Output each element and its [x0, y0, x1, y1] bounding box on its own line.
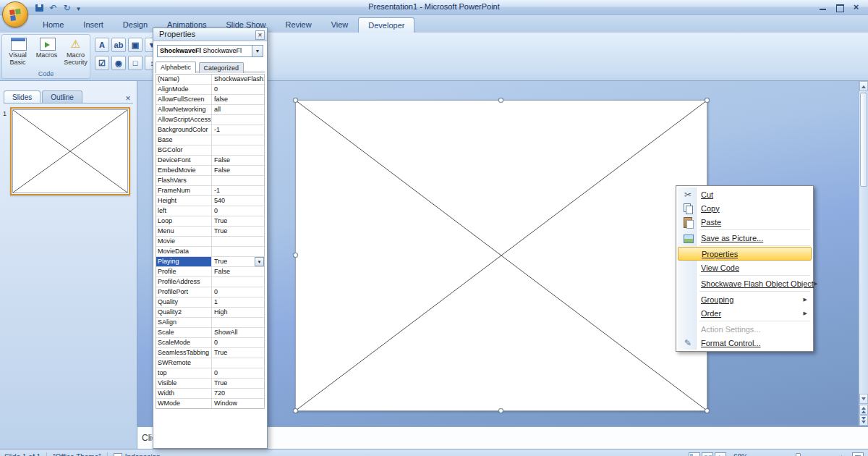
property-row[interactable]: LoopTrue [156, 216, 264, 227]
slide-show-button[interactable] [715, 452, 726, 456]
context-menu-item-grouping[interactable]: Grouping▶ [678, 292, 812, 306]
property-row[interactable]: MovieData [156, 247, 264, 257]
macros-button[interactable]: Macros [33, 37, 61, 70]
property-row[interactable]: Quality2High [156, 308, 264, 318]
scroll-down-button[interactable] [859, 394, 868, 404]
property-row[interactable]: BGColor [156, 145, 264, 156]
ribbon-tab-developer[interactable]: Developer [358, 17, 414, 33]
vertical-scrollbar[interactable] [859, 81, 868, 426]
property-value[interactable]: -1 [212, 186, 264, 195]
checkbox-control-icon[interactable]: ☑ [95, 56, 109, 70]
close-button[interactable] [848, 2, 864, 12]
language-indicator[interactable]: Indonesian [125, 453, 161, 456]
property-value[interactable] [212, 358, 264, 368]
customize-arrow-icon[interactable] [75, 2, 82, 14]
property-row[interactable]: top0 [156, 368, 264, 379]
property-row[interactable]: SWRemote [156, 358, 264, 368]
selection-handle[interactable] [293, 253, 298, 258]
property-row[interactable]: AllowFullScreenfalse [156, 95, 264, 105]
property-value[interactable]: 720 [212, 389, 264, 398]
image-control-icon[interactable]: ▣ [128, 38, 142, 52]
property-row[interactable]: MenuTrue [156, 227, 264, 237]
property-value[interactable] [212, 318, 264, 327]
property-row[interactable]: ProfileAddress [156, 277, 264, 287]
selection-handle[interactable] [293, 408, 298, 413]
context-menu-item-action-settings[interactable]: Action Settings... [678, 322, 812, 336]
previous-slide-button[interactable] [859, 405, 868, 415]
property-row[interactable]: (Name)ShockwaveFlash1 [156, 75, 264, 85]
property-value[interactable]: 540 [212, 196, 264, 206]
property-value[interactable] [212, 176, 264, 185]
selection-handle[interactable] [705, 98, 710, 103]
macro-security-button[interactable]: Macro Security [61, 37, 90, 70]
property-value[interactable]: 1 [212, 297, 264, 307]
properties-window-titlebar[interactable]: Properties × [153, 28, 267, 41]
property-value[interactable]: False [212, 156, 264, 165]
zoom-out-button[interactable]: − [752, 453, 762, 456]
save-icon[interactable] [33, 2, 46, 14]
property-row[interactable]: ProfilePort0 [156, 287, 264, 297]
slide-sorter-button[interactable] [702, 452, 713, 456]
property-value[interactable] [212, 247, 264, 256]
selection-handle[interactable] [498, 408, 503, 413]
property-value[interactable]: High [212, 308, 264, 317]
property-value[interactable]: ShowAll [212, 328, 264, 337]
property-row[interactable]: ProfileFalse [156, 267, 264, 277]
properties-tab-categorized[interactable]: Categorized [199, 62, 244, 73]
property-value[interactable] [212, 277, 264, 287]
property-value[interactable]: all [212, 105, 264, 114]
label-control-icon[interactable]: A [95, 38, 109, 52]
context-menu-item-view-code[interactable]: View Code [678, 261, 812, 274]
property-row[interactable]: ScaleShowAll [156, 328, 264, 338]
property-row[interactable]: PlayingTrue▼ [156, 257, 264, 267]
property-row[interactable]: FrameNum-1 [156, 186, 264, 196]
property-value[interactable]: False [212, 267, 264, 276]
property-value[interactable] [212, 135, 264, 145]
property-value[interactable]: -1 [212, 125, 264, 135]
property-row[interactable]: FlashVars [156, 176, 264, 186]
context-menu-item-paste[interactable]: Paste [678, 215, 812, 229]
property-value[interactable]: 0 [212, 287, 264, 297]
repeat-icon[interactable] [61, 2, 73, 14]
ribbon-tab-insert[interactable]: Insert [74, 17, 113, 33]
property-row[interactable]: WModeWindow [156, 399, 264, 409]
tab-slides[interactable]: Slides [4, 90, 41, 103]
property-value[interactable]: False [212, 166, 264, 175]
context-menu-item-copy[interactable]: Copy [678, 201, 812, 215]
property-value[interactable]: 0 [212, 368, 264, 378]
property-row[interactable]: ScaleMode0 [156, 338, 264, 348]
property-row[interactable]: Width720 [156, 389, 264, 399]
property-value-dropdown-icon[interactable]: ▼ [255, 257, 264, 266]
context-menu-item-cut[interactable]: Cut [678, 187, 812, 201]
normal-view-button[interactable] [689, 452, 700, 456]
property-value[interactable]: True [212, 216, 264, 226]
slides-pane-close-icon[interactable]: × [123, 94, 133, 103]
property-row[interactable]: SeamlessTabbingTrue [156, 348, 264, 358]
property-value[interactable] [212, 145, 264, 155]
next-slide-button[interactable] [859, 415, 868, 426]
property-row[interactable]: AllowNetworkingall [156, 105, 264, 115]
flash-object-placeholder[interactable] [295, 100, 707, 411]
properties-tab-alphabetic[interactable]: Alphabetic [156, 62, 196, 73]
property-row[interactable]: left0 [156, 206, 264, 216]
tab-outline[interactable]: Outline [42, 90, 82, 103]
property-row[interactable]: BackgroundColor-1 [156, 125, 264, 135]
selection-handle[interactable] [705, 408, 710, 413]
context-menu-item-properties[interactable]: Properties [678, 247, 812, 261]
zoom-slider-thumb[interactable] [796, 453, 801, 456]
property-row[interactable]: Movie [156, 237, 264, 247]
zoom-in-button[interactable]: + [837, 453, 846, 456]
property-row[interactable]: AlignMode0 [156, 85, 264, 95]
scroll-up-button[interactable] [859, 81, 868, 91]
property-row[interactable]: DeviceFontFalse [156, 156, 264, 166]
ribbon-tab-review[interactable]: Review [276, 17, 321, 33]
command-button-control-icon[interactable]: □ [128, 56, 142, 70]
undo-icon[interactable] [47, 2, 59, 14]
object-selector-arrow-icon[interactable]: ▼ [252, 46, 263, 56]
property-row[interactable]: Base [156, 135, 264, 145]
property-value[interactable] [212, 237, 264, 246]
property-row[interactable]: Height540 [156, 196, 264, 206]
selection-handle[interactable] [498, 98, 503, 103]
theme-indicator[interactable]: "Office Theme" [53, 453, 101, 456]
fit-to-window-button[interactable] [852, 452, 864, 456]
